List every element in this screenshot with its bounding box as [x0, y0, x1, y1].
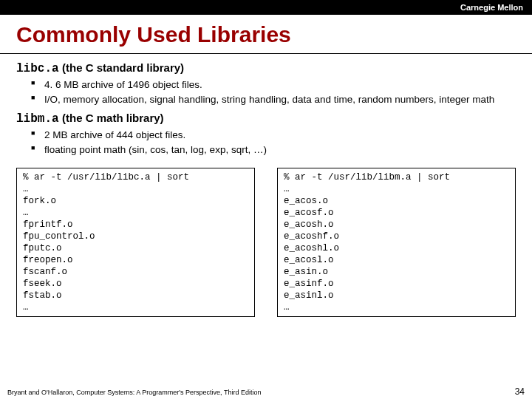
lib-bullets-libc: 4. 6 MB archive of 1496 object files. I/…	[16, 78, 516, 106]
code-box-libc: % ar -t /usr/lib/libc.a | sort … fork.o …	[16, 168, 255, 317]
code-grid: % ar -t /usr/lib/libc.a | sort … fork.o …	[0, 162, 532, 317]
bullet-item: I/O, memory allocation, signal handling,…	[44, 93, 516, 106]
lib-name: libc.a	[16, 62, 59, 75]
top-bar: Carnegie Mellon	[0, 0, 532, 15]
lib-bullets-libm: 2 MB archive of 444 object files. floati…	[16, 129, 516, 156]
lib-desc: (the C standard library)	[62, 61, 184, 74]
lib-heading-libc: libc.a (the C standard library)	[16, 61, 516, 75]
brand-label: Carnegie Mellon	[460, 3, 523, 12]
code-box-libm: % ar -t /usr/lib/libm.a | sort … e_acos.…	[277, 168, 516, 317]
lib-name: libm.a	[16, 112, 59, 126]
footer: Bryant and O'Hallaron, Computer Systems:…	[7, 386, 525, 397]
page-number: 34	[515, 386, 525, 397]
slide-title: Commonly Used Libraries	[0, 15, 532, 54]
attribution-text: Bryant and O'Hallaron, Computer Systems:…	[7, 389, 261, 396]
bullet-item: 2 MB archive of 444 object files.	[44, 129, 516, 142]
bullet-item: floating point math (sin, cos, tan, log,…	[44, 143, 516, 157]
lib-heading-libm: libm.a (the C math library)	[16, 112, 516, 126]
body-content: libc.a (the C standard library) 4. 6 MB …	[0, 54, 532, 156]
bullet-item: 4. 6 MB archive of 1496 object files.	[44, 78, 516, 92]
lib-desc: (the C math library)	[62, 112, 164, 124]
